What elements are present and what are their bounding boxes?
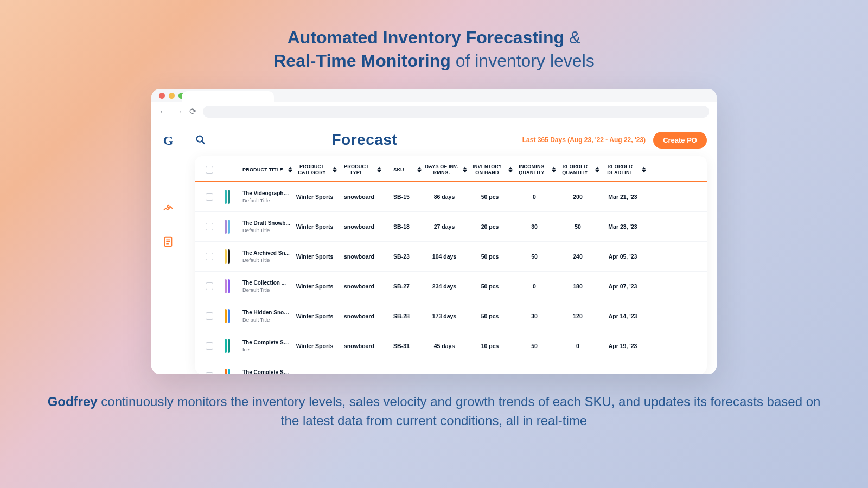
table-row[interactable]: The Archived Sn...Default TitleWinter Sp… xyxy=(195,242,707,272)
orders-icon[interactable] xyxy=(162,236,174,248)
hero-line2-strong: Real-Time Monitoring xyxy=(273,51,451,70)
row-checkbox[interactable] xyxy=(206,223,213,230)
reorder-cell: 200 xyxy=(557,194,598,200)
forecast-table: PRODUCT TITLE PRODUCT CATEGORY PRODUCT T… xyxy=(195,156,707,374)
type-cell: snowboard xyxy=(338,194,380,200)
type-cell: snowboard xyxy=(338,313,380,319)
col-product-type[interactable]: PRODUCT TYPE xyxy=(338,164,380,176)
sort-icon[interactable] xyxy=(463,167,467,173)
search-icon[interactable] xyxy=(195,134,207,146)
col-reorder-qty[interactable]: REORDER QUANTITY xyxy=(557,164,598,176)
col-days-remaining[interactable]: DAYS OF INV. RMNG. xyxy=(423,164,466,176)
col-incoming-qty[interactable]: INCOMING QUANTITY xyxy=(514,164,555,176)
address-bar[interactable] xyxy=(203,106,709,118)
dashboard-icon[interactable] xyxy=(162,203,174,215)
deadline-cell: Mar 23, '23 xyxy=(601,223,645,230)
back-icon[interactable]: ← xyxy=(159,107,168,117)
deadline-cell: Mar 21, '23 xyxy=(601,194,645,200)
onhand-cell: 50 pcs xyxy=(468,253,512,260)
deadline-cell: Apr 19, '23 xyxy=(601,343,645,349)
row-checkbox[interactable] xyxy=(206,372,213,374)
onhand-cell: 50 pcs xyxy=(468,313,512,319)
deadline-cell: Apr 14, '23 xyxy=(601,313,645,319)
reorder-cell: 0 xyxy=(557,343,598,349)
product-title-cell: The Archived Sn...Default Title xyxy=(242,250,291,263)
product-title-cell: The Videographe...Default Title xyxy=(242,190,291,203)
table-row[interactable]: The Collection ...Default TitleWinter Sp… xyxy=(195,272,707,301)
col-inventory-on-hand[interactable]: INVENTORY ON HAND xyxy=(468,164,512,176)
close-window-icon[interactable] xyxy=(159,93,165,99)
hero-caption: Godfrey continuously monitors the invent… xyxy=(0,374,868,431)
reorder-cell: 240 xyxy=(557,253,598,260)
table-row[interactable]: The Hidden Snow...Default TitleWinter Sp… xyxy=(195,301,707,331)
deadline-cell: Apr 05, '23 xyxy=(601,253,645,260)
row-checkbox[interactable] xyxy=(206,312,213,320)
sort-icon[interactable] xyxy=(552,167,556,173)
row-checkbox[interactable] xyxy=(206,253,213,260)
col-reorder-deadline[interactable]: REORDER DEADLINE xyxy=(601,164,645,176)
col-sku[interactable]: SKU xyxy=(382,167,420,173)
type-cell: snowboard xyxy=(338,343,380,349)
sku-cell: SB-27 xyxy=(382,283,420,290)
product-thumbnail xyxy=(221,278,234,294)
row-checkbox[interactable] xyxy=(206,193,213,201)
product-title-cell: The Complete Sn...Dawn xyxy=(242,369,291,374)
sort-icon[interactable] xyxy=(333,167,337,173)
table-body[interactable]: The Videographe...Default TitleWinter Sp… xyxy=(195,182,707,374)
product-thumbnail xyxy=(221,338,234,354)
sku-cell: SB-15 xyxy=(382,194,420,200)
select-all-checkbox[interactable] xyxy=(206,166,213,174)
sku-cell: SB-23 xyxy=(382,253,420,260)
app-frame: G Forecast Last 365 Days (Aug 23, '22 - … xyxy=(151,121,717,374)
onhand-cell: 10 pcs xyxy=(468,343,512,349)
incoming-cell: 30 xyxy=(514,223,555,230)
sort-icon[interactable] xyxy=(288,167,292,173)
topbar: Forecast Last 365 Days (Aug 23, '22 - Au… xyxy=(195,131,707,149)
incoming-cell: 30 xyxy=(514,313,555,319)
incoming-cell: 50 xyxy=(514,343,555,349)
category-cell: Winter Sports xyxy=(293,343,336,349)
type-cell: snowboard xyxy=(338,283,380,290)
type-cell: snowboard xyxy=(338,373,380,374)
minimize-window-icon[interactable] xyxy=(169,93,175,99)
svg-point-2 xyxy=(197,136,203,142)
create-po-button[interactable]: Create PO xyxy=(653,132,707,149)
table-row[interactable]: The Draft Snowb...Default TitleWinter Sp… xyxy=(195,212,707,242)
category-cell: Winter Sports xyxy=(293,313,336,319)
days-cell: 234 days xyxy=(423,283,466,290)
row-checkbox[interactable] xyxy=(206,282,213,290)
forward-icon[interactable]: → xyxy=(174,107,183,117)
sku-cell: SB-28 xyxy=(382,313,420,319)
product-title-cell: The Hidden Snow...Default Title xyxy=(242,310,291,323)
reorder-cell: 180 xyxy=(557,283,598,290)
sort-icon[interactable] xyxy=(417,167,422,173)
reorder-cell: 50 xyxy=(557,223,598,230)
product-thumbnail xyxy=(221,248,234,265)
product-thumbnail xyxy=(221,219,234,235)
onhand-cell: 10 pcs xyxy=(468,373,512,374)
svg-point-0 xyxy=(167,206,169,208)
days-cell: 86 days xyxy=(423,194,466,200)
app-logo[interactable]: G xyxy=(163,133,174,148)
product-thumbnail xyxy=(221,368,234,374)
product-thumbnail xyxy=(221,189,234,205)
sort-icon[interactable] xyxy=(595,167,599,173)
row-checkbox[interactable] xyxy=(206,342,213,350)
brand-name: Godfrey xyxy=(48,394,98,409)
sort-icon[interactable] xyxy=(508,167,513,173)
reload-icon[interactable]: ⟳ xyxy=(189,106,196,117)
date-range-label[interactable]: Last 365 Days (Aug 23, '22 - Aug 22, '23… xyxy=(522,136,646,144)
table-row[interactable]: The Complete Sn...IceWinter Sportssnowbo… xyxy=(195,331,707,361)
col-product-title[interactable]: PRODUCT TITLE xyxy=(242,167,291,173)
reorder-cell: 0 xyxy=(557,373,598,374)
browser-tab[interactable] xyxy=(182,91,274,102)
table-row[interactable]: The Complete Sn...DawnWinter Sportssnowb… xyxy=(195,361,707,374)
sort-icon[interactable] xyxy=(377,167,381,173)
table-header: PRODUCT TITLE PRODUCT CATEGORY PRODUCT T… xyxy=(195,156,707,182)
traffic-lights xyxy=(159,93,184,99)
product-thumbnail xyxy=(221,308,234,324)
sort-icon[interactable] xyxy=(642,167,646,173)
col-product-category[interactable]: PRODUCT CATEGORY xyxy=(293,164,336,176)
category-cell: Winter Sports xyxy=(293,194,336,200)
table-row[interactable]: The Videographe...Default TitleWinter Sp… xyxy=(195,182,707,212)
